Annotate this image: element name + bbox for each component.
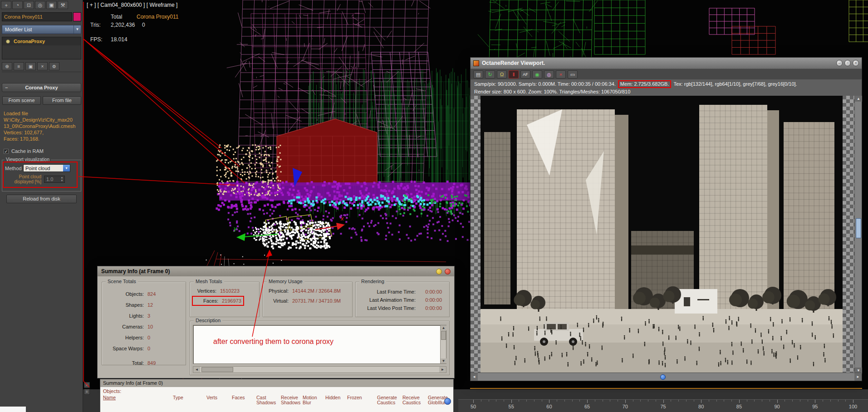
tab-modify-icon[interactable]: ◔	[12, 1, 23, 9]
modifier-stack-item[interactable]: CoronaProxy	[2, 37, 81, 45]
octane-render-view[interactable]	[471, 96, 855, 373]
make-unique-button[interactable]: ▣	[25, 62, 36, 70]
modifier-list-dropdown[interactable]: Modifier List	[2, 25, 81, 34]
rollout-corona-proxy[interactable]: − Corona Proxy	[2, 83, 81, 92]
autofocus-icon[interactable]: AF	[520, 70, 530, 78]
tab-display-icon[interactable]: ▣	[46, 1, 57, 9]
column-header-receive-caustics[interactable]: Receive Caustics	[402, 395, 421, 405]
octane-window-buttons: – ▫ ×	[836, 60, 859, 66]
stat-label: Vertices:	[193, 288, 216, 294]
group-title: Description	[194, 318, 222, 323]
timeline-minor-tick	[724, 400, 724, 402]
horizontal-scroll-thumb[interactable]	[201, 367, 233, 372]
dialog-title: Summary Info (at Frame 0)	[101, 268, 170, 275]
column-header-type[interactable]: Type	[173, 395, 183, 400]
objects-list[interactable]: Objects: NameTypeVertsFacesCast ShadowsR…	[100, 387, 453, 412]
stop-icon[interactable]: ×	[556, 70, 566, 78]
timeline-minor-tick	[792, 400, 793, 402]
refresh-icon[interactable]: ↻	[485, 70, 495, 78]
trackbar-prev-button[interactable]: <	[84, 382, 90, 388]
scroll-right-icon[interactable]	[854, 373, 862, 381]
column-header-cast-shadows[interactable]: Cast Shadows	[256, 395, 276, 405]
octane-titlebar[interactable]: OctaneRender Viewport. – ▫ ×	[471, 58, 862, 69]
maximize-button[interactable]: ▫	[844, 60, 851, 66]
object-name-field[interactable]: Corona Proxy011	[2, 12, 72, 21]
stat-label: Cameras:	[105, 324, 144, 329]
pause-icon[interactable]: ‖	[509, 70, 519, 78]
column-header-motion-blur[interactable]: Motion Blur	[303, 395, 317, 405]
minimize-button[interactable]: –	[836, 60, 843, 66]
description-horizontal-scrollbar[interactable]	[193, 366, 446, 373]
vertical-scroll-thumb[interactable]	[441, 331, 446, 340]
column-header-frozen[interactable]: Frozen	[347, 395, 362, 400]
octane-status-line2: Render size: 800 x 600. Zoom: 100%. Tria…	[474, 88, 858, 95]
loaded-file-line: 13_09\CoronaProxy\Audi.cmesh	[4, 123, 82, 129]
timeline-minor-tick	[770, 400, 770, 402]
column-header-verts[interactable]: Verts	[206, 395, 217, 400]
tab-utilities-icon[interactable]: ⚒	[58, 1, 68, 9]
stat-value: 0:00:00	[425, 297, 446, 303]
loaded-file-line: W:\City_DesignViz\City_max20	[4, 117, 82, 123]
configure-modifier-sets-button[interactable]: ⚙	[49, 62, 59, 70]
timeline-tick-label: 65	[584, 404, 590, 409]
scroll-left-icon[interactable]	[471, 373, 478, 381]
from-scene-button[interactable]: From scene	[2, 96, 41, 105]
timeline-minor-tick	[754, 400, 755, 402]
dialog-titlebar[interactable]: Summary Info (at Frame 0)	[98, 266, 454, 276]
timeline-minor-tick	[656, 400, 656, 402]
objects-panel-titlebar[interactable]: Summary Info (at Frame 0)	[100, 379, 453, 387]
timeline-minor-tick	[496, 400, 496, 402]
octane-horizontal-scrollbar[interactable]	[471, 373, 862, 381]
timeline-minor-tick	[519, 400, 519, 402]
close-button[interactable]: ×	[853, 60, 859, 66]
horizontal-scroll-thumb[interactable]	[660, 374, 666, 380]
column-header-generate-caustics[interactable]: Generate Caustics	[377, 395, 397, 405]
scroll-right-icon[interactable]	[439, 367, 446, 373]
timeline-minor-tick	[747, 400, 747, 402]
timeline-tick-label: 60	[546, 404, 552, 409]
viewport-label[interactable]: [ + ] [ Cam04_800x600 ] [ Wireframe ]	[87, 2, 177, 8]
camera-target-icon[interactable]: ◉	[532, 70, 542, 78]
from-file-button[interactable]: From file	[43, 96, 81, 105]
tab-hierarchy-icon[interactable]: ⊡	[24, 1, 34, 9]
dialog-minimize-button[interactable]	[436, 269, 442, 275]
annotation-box-method	[3, 162, 78, 188]
modifier-enabled-icon[interactable]	[6, 39, 10, 44]
timeline-minor-tick	[762, 400, 762, 402]
stat-label: Last Video Post Time:	[358, 305, 416, 311]
tab-motion-icon[interactable]: ◎	[35, 1, 45, 9]
track-bar[interactable]: 50556065707580859095100	[458, 399, 868, 412]
timeline-minor-tick	[618, 400, 618, 402]
color-wheel-icon[interactable]: ◍	[544, 70, 554, 78]
3dsmax-application: yx [ + ] [ Cam04_800x600 ] [ Wireframe ]…	[0, 0, 868, 412]
scroll-up-icon[interactable]	[855, 96, 862, 102]
octane-vertical-scrollbar[interactable]	[854, 96, 862, 373]
scroll-up-icon[interactable]	[441, 325, 446, 330]
description-vertical-scrollbar[interactable]	[440, 325, 446, 363]
modifier-stack[interactable]: CoronaProxy	[2, 37, 81, 59]
column-header-name[interactable]: Name	[103, 395, 116, 400]
blue-orb-icon[interactable]	[444, 398, 451, 405]
column-header-faces[interactable]: Faces	[232, 395, 245, 400]
show-end-result-button[interactable]: ≡	[14, 62, 24, 70]
scroll-left-icon[interactable]	[193, 367, 200, 373]
stat-label: Physical:	[266, 288, 289, 294]
pin-stack-button[interactable]: ⊕	[2, 62, 12, 70]
column-header-receive-shadows[interactable]: Receive Shadows	[281, 395, 300, 405]
scroll-down-icon[interactable]	[441, 358, 446, 363]
timeline-minor-tick	[838, 400, 839, 402]
reload-from-disk-button[interactable]: Reload from disk	[6, 195, 77, 203]
column-header-hidden[interactable]: Hidden	[325, 395, 340, 400]
save-icon[interactable]: ▤	[473, 70, 483, 78]
loaded-file-info: Loaded file W:\City_DesignViz\City_max20…	[4, 110, 82, 142]
group-title: Rendering	[359, 279, 386, 284]
cache-in-ram-checkbox[interactable]	[4, 149, 9, 154]
tab-create-icon[interactable]: ＋	[1, 1, 11, 9]
object-color-swatch[interactable]	[73, 12, 81, 21]
lock-icon[interactable]: Ω	[497, 70, 507, 78]
vertical-scroll-thumb[interactable]	[856, 218, 861, 238]
remove-modifier-button[interactable]: ×	[37, 62, 48, 70]
display-mode-icon[interactable]: ▭	[568, 70, 578, 78]
dialog-close-button[interactable]	[445, 269, 451, 275]
trackbar-menu-button[interactable]: ≡	[84, 389, 90, 395]
